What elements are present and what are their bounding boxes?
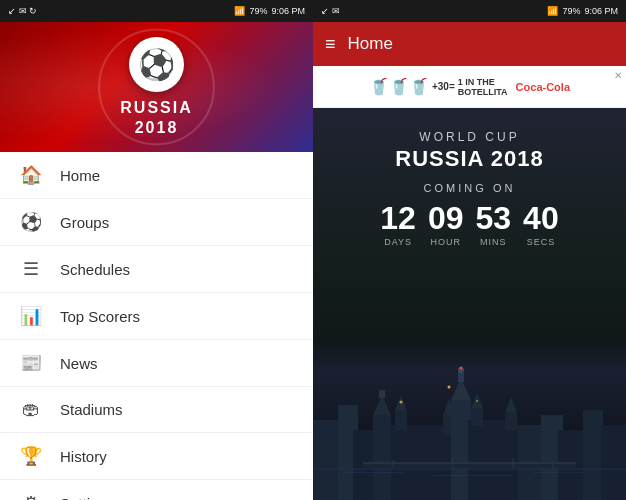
sidebar-item-schedules[interactable]: ☰ Schedules <box>0 246 313 293</box>
sidebar-item-label-top-scorers: Top Scorers <box>60 308 140 325</box>
sidebar-item-history[interactable]: 🏆 History <box>0 433 313 480</box>
hours-label: HOUR <box>430 237 461 247</box>
svg-rect-36 <box>363 462 576 464</box>
main-panel: ↙ ✉ 📶 79% 9:06 PM ≡ Home 🥤🥤🥤 +30= 1 IN T… <box>313 0 626 500</box>
mins-label: MINS <box>480 237 507 247</box>
right-signal-icon: 📶 <box>547 6 558 16</box>
ad-text: +30= <box>432 81 455 92</box>
sidebar-item-stadiums[interactable]: 🏟 Stadiums <box>0 387 313 433</box>
list-icon: ☰ <box>20 258 42 280</box>
days-value: 12 <box>380 202 416 234</box>
coming-on-label: COMING ON <box>380 182 558 194</box>
svg-rect-32 <box>343 472 403 473</box>
ad-content: 🥤🥤🥤 +30= 1 IN THEBOTELLITA Coca-Cola <box>369 77 570 97</box>
sidebar-item-label-home: Home <box>60 167 100 184</box>
trophy-icon: 🏆 <box>20 445 42 467</box>
kremlin-skyline <box>313 360 626 500</box>
drawer-title: RUSSIA 2018 <box>120 98 192 136</box>
countdown-hours: 09 HOUR <box>428 202 464 247</box>
toolbar-title: Home <box>348 34 393 54</box>
countdown-mins: 53 MINS <box>476 202 512 247</box>
world-cup-section: WORLD CUP RUSSIA 2018 COMING ON 12 DAYS … <box>370 108 568 265</box>
right-battery: 79% <box>562 6 580 16</box>
world-cup-title: RUSSIA 2018 <box>380 146 558 172</box>
svg-rect-33 <box>433 475 513 476</box>
sidebar-item-home[interactable]: 🏠 Home <box>0 152 313 199</box>
coca-cola-logo: Coca-Cola <box>516 81 570 93</box>
home-icon: 🏠 <box>20 164 42 186</box>
drawer-panel: ↙ ✉ ↻ 📶 79% 9:06 PM RUSSIA 2018 🏠 Home ⚽… <box>0 0 313 500</box>
sidebar-item-news[interactable]: 📰 News <box>0 340 313 387</box>
svg-rect-5 <box>373 415 391 500</box>
drawer-header: RUSSIA 2018 <box>0 22 313 152</box>
countdown-timer: 12 DAYS 09 HOUR 53 MINS 40 SECS <box>380 202 558 247</box>
sidebar-item-groups[interactable]: ⚽ Groups <box>0 199 313 246</box>
sidebar-item-label-stadiums: Stadiums <box>60 401 123 418</box>
secs-value: 40 <box>523 202 559 234</box>
mins-value: 53 <box>476 202 512 234</box>
app-toolbar: ≡ Home <box>313 22 626 66</box>
svg-rect-26 <box>601 425 626 500</box>
days-label: DAYS <box>384 237 412 247</box>
left-time: 9:06 PM <box>271 6 305 16</box>
sidebar-item-label-news: News <box>60 355 98 372</box>
soccer-ball-menu-icon: ⚽ <box>20 211 42 233</box>
hamburger-icon[interactable]: ≡ <box>325 34 336 55</box>
newspaper-icon: 📰 <box>20 352 42 374</box>
svg-marker-21 <box>505 397 517 412</box>
svg-rect-34 <box>533 472 583 473</box>
sidebar-item-label-settings: Settings <box>60 495 114 501</box>
svg-point-28 <box>448 386 451 389</box>
sidebar-item-label-schedules: Schedules <box>60 261 130 278</box>
bar-chart-icon: 📊 <box>20 305 42 327</box>
main-content: WORLD CUP RUSSIA 2018 COMING ON 12 DAYS … <box>313 108 626 500</box>
soccer-ball-icon <box>129 37 184 92</box>
sidebar-item-settings[interactable]: ⚙ Settings <box>0 480 313 500</box>
left-status-icons: ↙ ✉ ↻ <box>8 6 37 16</box>
stadium-icon: 🏟 <box>20 399 42 420</box>
svg-rect-20 <box>505 412 517 430</box>
svg-rect-31 <box>313 468 626 470</box>
city-background <box>313 340 626 500</box>
svg-rect-17 <box>468 420 518 500</box>
countdown-days: 12 DAYS <box>380 202 416 247</box>
ad-bottles-icon: 🥤🥤🥤 <box>369 77 429 96</box>
right-time: 9:06 PM <box>584 6 618 16</box>
world-cup-subtitle: WORLD CUP <box>380 130 558 144</box>
svg-rect-7 <box>379 390 385 398</box>
left-status-bar: ↙ ✉ ↻ 📶 79% 9:06 PM <box>0 0 313 22</box>
ad-banner: 🥤🥤🥤 +30= 1 IN THEBOTELLITA Coca-Cola ✕ <box>313 66 626 108</box>
ad-close-button[interactable]: ✕ <box>614 70 622 81</box>
right-status-bar: ↙ ✉ 📶 79% 9:06 PM <box>313 0 626 22</box>
ad-promo-text: 1 IN THEBOTELLITA <box>458 77 508 97</box>
svg-rect-18 <box>471 408 483 426</box>
svg-rect-25 <box>583 410 603 500</box>
left-battery: 79% <box>249 6 267 16</box>
countdown-secs: 40 SECS <box>523 202 559 247</box>
svg-point-29 <box>460 367 463 370</box>
sidebar-item-label-history: History <box>60 448 107 465</box>
svg-point-27 <box>400 401 403 404</box>
sidebar-item-label-groups: Groups <box>60 214 109 231</box>
nav-menu: 🏠 Home ⚽ Groups ☰ Schedules 📊 Top Scorer… <box>0 152 313 500</box>
left-signal-icon: 📶 <box>234 6 245 16</box>
svg-rect-9 <box>395 410 407 430</box>
right-status-icons: ↙ ✉ <box>321 6 340 16</box>
secs-label: SECS <box>527 237 556 247</box>
hours-value: 09 <box>428 202 464 234</box>
gear-icon: ⚙ <box>20 492 42 500</box>
sidebar-item-top-scorers[interactable]: 📊 Top Scorers <box>0 293 313 340</box>
svg-point-30 <box>476 400 478 402</box>
svg-rect-15 <box>458 372 464 382</box>
